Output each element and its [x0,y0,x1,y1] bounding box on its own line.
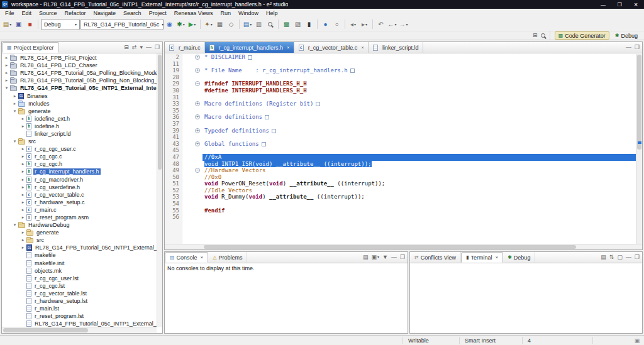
tree-item[interactable]: ▸RL78_G14_FPB_Tutorial_05a_Polling_Block… [2,69,157,77]
close-window-icon[interactable]: ✕ [628,0,644,9]
tab-debug[interactable]: ✱Debug [503,252,535,263]
chevron-right-icon[interactable]: ▸ [4,78,9,83]
display-selected-console-icon[interactable]: ▤ [363,255,369,260]
fold-collapsed-icon[interactable]: + [194,101,203,107]
code-line[interactable]: * File Name : r_cg_interrupt_handlers.h [203,67,636,74]
toggle-breakpoint-icon[interactable]: ● [320,19,331,30]
code-line[interactable]: //0x0 [203,174,636,181]
build-all-icon[interactable]: ▦ [214,19,225,30]
forward-icon[interactable]: →▾ [398,19,409,30]
fold-collapsed-icon[interactable]: + [194,141,203,148]
search-icon[interactable] [265,19,275,30]
chevron-down-icon[interactable]: ▾ [12,222,18,227]
chevron-right-icon[interactable]: ▸ [20,238,26,243]
tree-item[interactable]: ▸cr_cg_vector_table.c [2,191,157,199]
tab-r-cg-interrupt-handlers-h[interactable]: hr_cg_interrupt_handlers.h× [205,42,294,53]
clear-terminal-icon[interactable]: ▢ [617,255,623,260]
tree-item[interactable]: ▸01Binaries [2,92,157,99]
tab-linker-script-ld[interactable]: linker_script.ld [369,42,423,53]
tab-conflicts-view[interactable]: ⇄Conflicts View [410,252,461,263]
chevron-right-icon[interactable]: ▸ [4,70,9,75]
menu-source[interactable]: Source [35,10,61,16]
minimize-window-icon[interactable]: — [595,0,611,9]
folded-region-indicator[interactable] [265,115,269,119]
scrollbar-thumb[interactable] [637,55,641,150]
minimize-view-icon[interactable]: — [146,45,152,50]
close-tab-icon[interactable]: × [287,45,290,50]
tree-item[interactable]: r_main.lst [2,305,157,312]
chevron-down-icon[interactable]: ▾ [4,85,9,90]
code-line[interactable]: Global functions [203,141,636,148]
tree-item[interactable]: ▸hiodefine.h [2,123,157,130]
minimize-view-icon[interactable]: — [626,45,631,50]
tree-item[interactable]: ▸RL78_G14_FPB_Tutorial_05b_Polling_Non_B… [2,77,157,84]
code-line[interactable]: void R_Dummy(void) __attribute__ ((inter… [203,194,636,200]
perspective-code-generator[interactable]: ▩Code Generator [555,31,609,40]
code-line[interactable]: #endif [203,207,636,214]
maximize-view-icon[interactable]: ❐ [155,45,160,50]
folded-region-indicator[interactable] [316,102,320,106]
tab-console[interactable]: ▤Console× [165,252,208,263]
menu-file[interactable]: File [1,10,18,16]
code-line[interactable]: Typedef definitions [203,128,636,134]
code-line[interactable]: #ifndef INTERRUPT_HANDLERS_H_H [203,80,636,87]
maximize-view-icon[interactable]: ❐ [635,255,640,260]
folded-region-indicator[interactable] [272,129,276,133]
chevron-down-icon[interactable]: ▾ [12,109,18,114]
tree-item[interactable]: ▾RL78_G14_FPB_Tutorial_05c_INTP1_Externa… [2,84,157,92]
tree-item[interactable]: ▸hr_cg_macrodriver.h [2,176,157,183]
chevron-right-icon[interactable]: ▸ [20,177,26,182]
tree-item[interactable]: ▸cr_cg_cgc_user.c [2,145,157,153]
folded-region-indicator[interactable] [350,68,355,73]
next-annotation-icon[interactable]: ▸▾ [359,19,370,30]
chevron-right-icon[interactable]: ▸ [4,55,9,60]
scroll-lock-icon[interactable]: ⇅ [609,255,614,260]
minimize-view-icon[interactable]: — [626,255,631,260]
maximize-view-icon[interactable]: ❐ [400,255,405,260]
chevron-right-icon[interactable]: ▸ [12,101,18,106]
chevron-right-icon[interactable]: ▸ [20,124,26,129]
code-line[interactable]: #define INTERRUPT_HANDLERS_H_H [203,87,636,94]
prev-annotation-icon[interactable]: ◂▾ [348,19,358,30]
chevron-right-icon[interactable]: ▸ [20,200,26,205]
pin-console-icon[interactable]: ▼ [382,255,388,260]
code-line[interactable] [203,94,636,101]
menu-edit[interactable]: Edit [18,10,36,16]
code-line[interactable] [203,121,636,128]
fold-collapsed-icon[interactable]: + [194,128,203,134]
chevron-right-icon[interactable]: ▸ [20,146,26,151]
scrollbar-thumb[interactable] [158,55,162,170]
tree-item[interactable]: RL78_G14_FPB_Tutorial_05c_INTP1_External… [2,320,157,327]
tree-item[interactable]: ▸hr_cg_interrupt_handlers.h [2,168,157,175]
menu-navigate[interactable]: Navigate [90,10,120,16]
tree-item[interactable]: ▸hiodefine_ext.h [2,115,157,123]
menu-renesas-views[interactable]: Renesas Views [170,10,217,16]
tree-item[interactable]: linker_script.ld [2,130,157,138]
code-line[interactable]: //0xA [203,154,636,161]
tab-r-main-c[interactable]: cr_main.c [165,42,205,53]
code-line[interactable] [203,107,636,114]
code-line[interactable] [203,214,636,221]
tree-item[interactable]: ▸hr_cg_userdefine.h [2,183,157,191]
code-line[interactable]: //Idle Vectors [203,187,636,194]
tree-item[interactable]: makefile.init [2,260,157,267]
chevron-right-icon[interactable]: ▸ [20,215,26,220]
view-menu-icon[interactable]: ▾ [140,45,143,50]
clean-icon[interactable]: ◇ [226,19,236,30]
close-tab-icon[interactable]: × [361,45,364,50]
terminate-icon[interactable]: ■ [25,19,35,30]
code-line[interactable]: Macro definitions (Register bit) [203,101,636,107]
code-line[interactable] [203,74,636,81]
debug-launch-icon[interactable]: ✱▾ [175,19,186,30]
folded-region-indicator[interactable] [248,55,252,60]
debug-mode-combo[interactable]: Debug▾ [41,19,80,30]
selection-marker[interactable] [638,141,641,144]
notifications-icon[interactable]: ▣ [630,337,644,344]
chevron-right-icon[interactable]: ▸ [20,192,26,197]
open-terminal-icon[interactable]: ▤ [601,255,606,260]
fold-collapsed-icon[interactable]: + [194,54,203,61]
tree-item[interactable]: ▸src [2,236,157,244]
scrollbar-thumb[interactable] [3,328,88,332]
tree-vertical-scrollbar[interactable] [157,53,162,327]
minimize-view-icon[interactable]: — [391,255,397,260]
